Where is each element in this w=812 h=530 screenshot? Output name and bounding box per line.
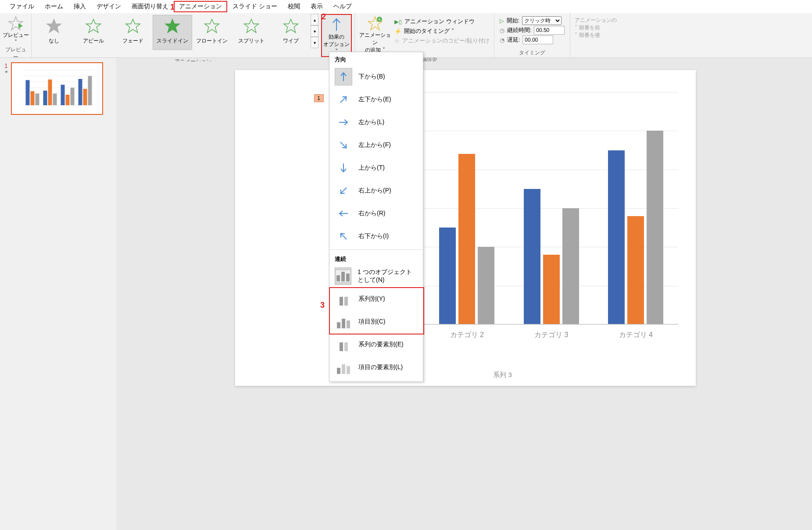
- dropdown-direction-item[interactable]: 左下から(E): [329, 88, 423, 111]
- group-animation: なしアピールフェードスライドインフロートインスプリットワイプ ▴ ▾ ▾ 効果の…: [32, 13, 355, 57]
- svg-marker-6: [205, 19, 219, 33]
- dropdown-sequence-item[interactable]: 項目別(C): [329, 310, 423, 333]
- category-label: カテゴリ 3: [534, 331, 568, 340]
- svg-rect-28: [71, 88, 75, 105]
- thumb-animation-icon: ★: [4, 69, 8, 74]
- anim-item-0[interactable]: なし: [34, 15, 74, 50]
- svg-rect-30: [83, 89, 87, 105]
- preview-button[interactable]: プレビュー˅: [3, 14, 29, 45]
- annotation-2: 2: [322, 12, 326, 21]
- timing-delay-input[interactable]: [522, 36, 553, 44]
- slide-thumbnail-1[interactable]: [11, 62, 103, 115]
- timing-duration-row: ◷ 継続時間:: [500, 25, 565, 35]
- group-timing-label: タイミング: [519, 48, 545, 57]
- menu-2[interactable]: 挿入: [68, 1, 91, 12]
- menu-8[interactable]: 表示: [305, 1, 328, 12]
- menu-4[interactable]: 画面切り替え: [126, 1, 174, 12]
- group-timing: ▷ 開始: クリック時 ◷ 継続時間: ◔ 遅延: タイミング: [494, 13, 571, 57]
- svg-rect-25: [53, 93, 57, 105]
- menu-5[interactable]: アニメーション: [174, 1, 227, 12]
- svg-text:+: +: [378, 17, 381, 22]
- animation-pane-button[interactable]: ▶▯アニメーション ウィンドウ: [394, 17, 490, 26]
- menu-bar: ファイルホーム挿入デザイン画面切り替えアニメーションスライド ショー校閲表示ヘル…: [0, 0, 812, 13]
- gallery-expand[interactable]: ▾: [311, 37, 318, 48]
- svg-rect-22: [36, 93, 39, 105]
- dropdown-sequence-item[interactable]: 項目の要素別(L): [329, 356, 423, 379]
- dropdown-direction-item[interactable]: 下から(B): [329, 65, 423, 88]
- dropdown-direction-item[interactable]: 左上から(F): [329, 134, 423, 157]
- menu-0[interactable]: ファイル: [4, 1, 39, 12]
- annotation-3: 3: [320, 301, 325, 310]
- dropdown-direction-item[interactable]: 上から(T): [329, 157, 423, 179]
- slide-area: 1 0123456 カテゴリ 1カテゴリ 2カテゴリ 3カテゴリ 4 系列 3: [118, 61, 812, 530]
- svg-line-35: [340, 142, 346, 148]
- dropdown-sequence-item[interactable]: 1 つのオブジェクトとして(N): [329, 265, 423, 288]
- bar: [608, 150, 625, 325]
- svg-rect-24: [48, 79, 52, 105]
- reorder-prev: ˄ 順番を前: [575, 24, 617, 32]
- svg-rect-26: [61, 85, 65, 105]
- anim-item-3[interactable]: スライドイン: [153, 15, 192, 50]
- dropdown-section-sequence: 連続: [329, 252, 423, 265]
- group-reorder: アニメーションの ˄ 順番を前 ˅ 順番を後: [570, 13, 621, 57]
- ribbon: プレビュー˅ プレビュー なしアピールフェードスライドインフロートインスプリット…: [0, 13, 812, 58]
- timing-start-select[interactable]: クリック時: [522, 16, 562, 25]
- dropdown-direction-item[interactable]: 右下から(I): [329, 225, 423, 248]
- trigger-button[interactable]: ⚡開始のタイミング ˅: [394, 26, 490, 36]
- timing-duration-input[interactable]: [534, 26, 565, 35]
- category-label: カテゴリ 2: [450, 331, 484, 340]
- timing-start-label: 開始:: [507, 17, 520, 25]
- menu-7[interactable]: 校閲: [283, 1, 305, 12]
- bar: [439, 228, 456, 324]
- category-group: カテゴリ 4: [594, 92, 678, 324]
- gallery-scroll-down[interactable]: ▾: [311, 25, 318, 37]
- menu-3[interactable]: デザイン: [91, 1, 126, 12]
- timing-delay-label: 遅延:: [507, 36, 520, 44]
- bar: [543, 255, 560, 324]
- category-group: カテゴリ 3: [509, 92, 594, 324]
- dropdown-separator: [329, 249, 423, 250]
- timing-duration-label: 継続時間:: [507, 26, 532, 34]
- bar: [524, 189, 540, 324]
- bar: [647, 131, 663, 324]
- reorder-title: アニメーションの: [575, 17, 617, 24]
- anim-item-1[interactable]: アピール: [74, 15, 113, 50]
- svg-marker-8: [284, 19, 298, 33]
- svg-marker-1: [18, 23, 23, 28]
- svg-rect-23: [43, 91, 47, 105]
- menu-9[interactable]: ヘルプ: [328, 1, 357, 12]
- bar: [562, 208, 579, 324]
- animation-order-tag[interactable]: 1: [314, 94, 324, 102]
- svg-line-33: [340, 97, 346, 103]
- svg-marker-4: [126, 19, 140, 33]
- svg-rect-21: [31, 91, 35, 105]
- slide-canvas[interactable]: 1 0123456 カテゴリ 1カテゴリ 2カテゴリ 3カテゴリ 4 系列 3: [235, 70, 696, 386]
- timing-start-row: ▷ 開始: クリック時: [500, 16, 565, 25]
- anim-item-2[interactable]: フェード: [113, 15, 153, 50]
- group-preview: プレビュー˅ プレビュー: [0, 13, 32, 57]
- category-label: カテゴリ 4: [619, 331, 653, 340]
- menu-1[interactable]: ホーム: [39, 1, 68, 12]
- dropdown-direction-item[interactable]: 右から(R): [329, 202, 423, 225]
- anim-item-4[interactable]: フロートイン: [192, 15, 232, 50]
- add-anim-l1: アニメーション: [359, 32, 391, 46]
- timing-delay-row: ◔ 遅延:: [500, 35, 565, 45]
- anim-item-5[interactable]: スプリット: [232, 15, 271, 50]
- dropdown-direction-item[interactable]: 左から(L): [329, 111, 423, 134]
- bar: [627, 216, 644, 324]
- dropdown-section-direction: 方向: [329, 52, 423, 65]
- preview-label: プレビュー: [3, 32, 29, 38]
- gallery-scroll-up[interactable]: ▴: [311, 14, 318, 25]
- svg-line-39: [341, 234, 347, 239]
- menu-6[interactable]: スライド ショー: [227, 1, 283, 12]
- svg-rect-29: [79, 79, 82, 105]
- svg-marker-5: [165, 19, 179, 33]
- reorder-next: ˅ 順番を後: [575, 32, 617, 39]
- anim-item-6[interactable]: ワイプ: [271, 15, 311, 50]
- bar: [478, 247, 494, 324]
- dropdown-sequence-item[interactable]: 系列別(Y): [329, 288, 423, 310]
- dropdown-direction-item[interactable]: 右上から(P): [329, 179, 423, 202]
- dropdown-sequence-item[interactable]: 系列の要素別(E): [329, 333, 423, 356]
- thumb-number: 1: [4, 62, 8, 69]
- add-animation-button[interactable]: + アニメーション の追加 ˅: [358, 14, 393, 56]
